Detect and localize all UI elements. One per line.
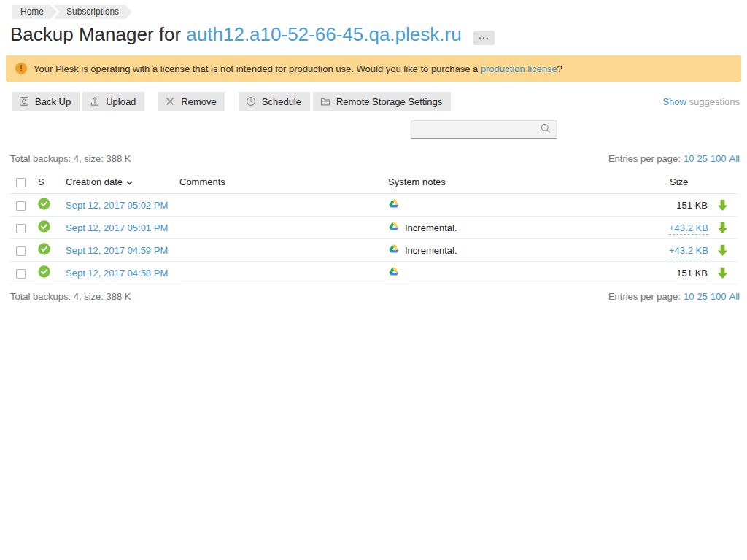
entries-option-10[interactable]: 10: [684, 291, 694, 302]
entries-option-100[interactable]: 100: [711, 291, 727, 302]
status-ok-icon: [38, 265, 50, 278]
show-suggestions-link[interactable]: Show: [662, 96, 686, 107]
remote-storage-settings-button[interactable]: Remote Storage Settings: [313, 92, 451, 111]
license-warning-text: Your Plesk is operating with a license t…: [34, 63, 562, 74]
entries-option-10[interactable]: 10: [684, 153, 694, 164]
google-drive-icon: [388, 221, 400, 234]
row-checkbox[interactable]: [16, 201, 26, 211]
show-suggestions: Show suggestions: [662, 96, 740, 107]
download-icon[interactable]: [717, 267, 728, 279]
entries-option-all[interactable]: All: [729, 153, 740, 164]
search-icon[interactable]: [540, 122, 551, 136]
total-backups-text: Total backups: 4, size: 388 K: [10, 291, 131, 302]
entries-per-page: Entries per page:1025100All: [608, 153, 740, 164]
backup-date-link[interactable]: Sept 12, 2017 04:58 PM: [66, 268, 168, 279]
sort-desc-icon: [126, 176, 133, 187]
upload-button[interactable]: Upload: [82, 92, 144, 111]
size-column-header: Size: [669, 176, 708, 187]
production-license-link[interactable]: production license: [481, 63, 557, 74]
table-body: Sept 12, 2017 05:02 PM 151 KB Sept 12, 2…: [10, 194, 737, 284]
search-row: [0, 120, 747, 139]
breadcrumb-subscriptions[interactable]: Subscriptions: [53, 5, 132, 19]
status-ok-icon: [38, 243, 50, 255]
remove-icon: [164, 96, 176, 107]
system-notes-column-header: System notes: [388, 176, 669, 187]
backup-upload-group: Back Up Upload: [12, 92, 144, 111]
table-row: Sept 12, 2017 04:59 PM Incremental. +43.…: [10, 239, 737, 262]
download-icon[interactable]: [717, 222, 728, 234]
toolbar: Back Up Upload Remove Schedule Remote St…: [12, 92, 740, 111]
warning-icon: !: [15, 63, 27, 74]
status-ok-icon: [38, 220, 50, 233]
license-warning-banner: ! Your Plesk is operating with a license…: [6, 55, 741, 82]
schedule-icon: [245, 96, 257, 107]
table-row: Sept 12, 2017 05:01 PM Incremental. +43.…: [10, 217, 737, 239]
row-checkbox[interactable]: [16, 269, 26, 279]
backup-icon: [18, 96, 30, 107]
download-icon[interactable]: [717, 199, 728, 211]
system-note-text: Incremental.: [405, 245, 457, 256]
backup-size[interactable]: +43.2 KB: [669, 222, 708, 235]
schedule-button[interactable]: Schedule: [239, 92, 310, 111]
page-title-domain: auth12.a10-52-66-45.qa.plesk.ru: [186, 23, 461, 45]
search-box: [411, 120, 557, 139]
summary-bottom: Total backups: 4, size: 388 K Entries pe…: [10, 291, 740, 302]
entries-option-100[interactable]: 100: [711, 153, 727, 164]
backup-size[interactable]: +43.2 KB: [669, 245, 708, 257]
schedule-storage-group: Schedule Remote Storage Settings: [239, 92, 451, 111]
total-backups-text: Total backups: 4, size: 388 K: [10, 153, 131, 164]
backup-size: 151 KB: [676, 200, 708, 211]
summary-top: Total backups: 4, size: 388 K Entries pe…: [10, 153, 740, 164]
table-row: Sept 12, 2017 04:58 PM 151 KB: [10, 262, 737, 284]
system-note-text: Incremental.: [405, 222, 457, 233]
backup-size: 151 KB: [676, 268, 708, 279]
entries-per-page: Entries per page:1025100All: [608, 291, 740, 302]
remove-group: Remove: [158, 92, 225, 111]
breadcrumb-home[interactable]: Home: [12, 5, 57, 19]
table-header: S Creation date Comments System notes Si…: [10, 171, 737, 194]
select-all-checkbox[interactable]: [16, 178, 26, 187]
remove-button[interactable]: Remove: [158, 92, 225, 111]
entries-option-25[interactable]: 25: [697, 291, 707, 302]
google-drive-icon: [388, 266, 400, 279]
backups-table: S Creation date Comments System notes Si…: [10, 171, 737, 284]
folder-icon: [320, 96, 331, 107]
row-checkbox[interactable]: [16, 224, 26, 233]
backup-date-link[interactable]: Sept 12, 2017 05:02 PM: [66, 200, 168, 211]
backup-date-link[interactable]: Sept 12, 2017 04:59 PM: [66, 245, 168, 256]
google-drive-icon: [388, 198, 400, 211]
page-title: Backup Manager for auth12.a10-52-66-45.q…: [10, 23, 747, 46]
comments-column-header: Comments: [179, 176, 388, 187]
table-row: Sept 12, 2017 05:02 PM 151 KB: [10, 194, 737, 217]
backup-date-link[interactable]: Sept 12, 2017 05:01 PM: [66, 222, 168, 233]
upload-icon: [89, 96, 101, 107]
creation-date-sort-header[interactable]: Creation date: [66, 176, 133, 187]
entries-option-all[interactable]: All: [729, 291, 740, 302]
entries-option-25[interactable]: 25: [697, 153, 707, 164]
row-checkbox[interactable]: [16, 246, 26, 256]
status-ok-icon: [38, 198, 50, 210]
more-actions-button[interactable]: ...: [473, 31, 495, 45]
status-column-header: S: [38, 176, 66, 187]
breadcrumb: Home Subscriptions: [12, 5, 747, 19]
search-input[interactable]: [417, 124, 540, 135]
google-drive-icon: [388, 244, 400, 257]
back-up-button[interactable]: Back Up: [12, 92, 80, 111]
download-icon[interactable]: [717, 244, 728, 257]
page-title-text: Backup Manager for: [10, 23, 186, 45]
